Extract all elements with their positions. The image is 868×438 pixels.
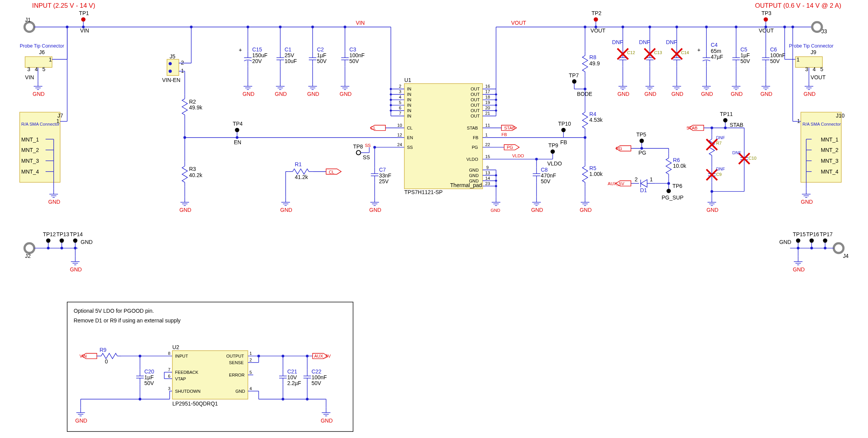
svg-point-350 <box>667 189 671 193</box>
svg-text:GND: GND <box>645 91 657 97</box>
note-l2: Remove D1 or R9 if using an external sup… <box>73 317 181 324</box>
svg-text:40.2k: 40.2k <box>189 172 202 178</box>
svg-text:150uF: 150uF <box>252 52 268 58</box>
svg-point-99 <box>344 26 346 28</box>
svg-text:OUTPUT: OUTPUT <box>226 354 244 358</box>
svg-text:18: 18 <box>485 95 490 99</box>
svg-text:1: 1 <box>249 351 252 356</box>
svg-point-457 <box>281 354 284 357</box>
svg-text:50V: 50V <box>541 178 551 184</box>
svg-text:1: 1 <box>56 118 60 124</box>
svg-text:D1: D1 <box>640 187 647 193</box>
svg-point-385 <box>60 247 63 249</box>
svg-point-256 <box>764 17 768 22</box>
svg-point-78 <box>247 26 249 28</box>
svg-text:C8: C8 <box>541 167 548 173</box>
svg-text:GND: GND <box>701 91 713 97</box>
svg-text:GND: GND <box>48 199 60 205</box>
svg-text:VLDO: VLDO <box>512 153 524 158</box>
svg-text:PG: PG <box>472 145 478 150</box>
svg-text:C10: C10 <box>749 156 756 160</box>
svg-text:DNF: DNF <box>639 39 650 45</box>
svg-text:FB: FB <box>473 135 478 140</box>
svg-text:VTAP: VTAP <box>175 377 186 381</box>
svg-text:CL: CL <box>407 126 413 130</box>
svg-text:2.2µF: 2.2µF <box>287 380 301 386</box>
svg-text:GND: GND <box>671 91 683 97</box>
svg-point-381 <box>47 247 49 249</box>
svg-text:100nF: 100nF <box>770 52 786 58</box>
svg-text:C14: C14 <box>681 50 689 55</box>
svg-text:MNT_2: MNT_2 <box>21 147 39 153</box>
svg-text:16: 16 <box>485 84 490 89</box>
svg-text:C13: C13 <box>654 50 662 55</box>
svg-point-265 <box>621 26 624 28</box>
svg-text:5: 5 <box>399 100 401 105</box>
c6: GNDC6100nF50V <box>761 27 786 97</box>
svg-text:22: 22 <box>485 142 490 147</box>
svg-point-335 <box>640 147 643 150</box>
svg-text:41.2k: 41.2k <box>295 174 308 180</box>
input-title: INPUT (2.25 V - 14 V) <box>32 2 95 9</box>
svg-text:+: + <box>239 47 242 53</box>
svg-text:IN: IN <box>407 103 411 107</box>
svg-text:U2: U2 <box>172 344 179 350</box>
svg-text:MNT_4: MNT_4 <box>821 169 839 175</box>
c15: GND+C15150uF20V <box>239 26 267 97</box>
svg-text:VOUT: VOUT <box>511 20 526 26</box>
svg-point-406 <box>824 247 827 249</box>
svg-text:GND: GND <box>469 168 479 172</box>
svg-text:GND: GND <box>339 91 351 97</box>
svg-point-53 <box>190 26 193 28</box>
svg-point-469 <box>281 398 284 401</box>
svg-text:SENSE: SENSE <box>229 360 244 365</box>
svg-point-356 <box>723 118 727 123</box>
svg-text:FEEDBACK: FEEDBACK <box>175 370 199 375</box>
net-vin: VIN <box>356 20 365 26</box>
note-l1: Optional 5V LDO for PGOOD pin. <box>73 308 154 314</box>
svg-point-359 <box>724 126 726 129</box>
svg-text:TP10: TP10 <box>558 121 571 127</box>
svg-text:R5: R5 <box>589 165 596 171</box>
svg-text:C2: C2 <box>317 46 324 53</box>
svg-text:OUT: OUT <box>471 87 480 91</box>
svg-text:GND: GND <box>369 207 381 213</box>
svg-text:50V: 50V <box>144 380 154 386</box>
svg-text:R/A SMA Connector: R/A SMA Connector <box>803 122 841 126</box>
svg-text:R7: R7 <box>716 141 721 145</box>
svg-text:GND: GND <box>32 91 44 97</box>
svg-text:7: 7 <box>399 111 401 116</box>
svg-point-400 <box>810 239 814 243</box>
svg-text:25V: 25V <box>379 178 389 184</box>
svg-text:GND: GND <box>731 91 743 97</box>
svg-text:CL: CL <box>370 126 376 130</box>
svg-text:SS: SS <box>365 143 371 148</box>
svg-text:MNT_1: MNT_1 <box>21 136 39 143</box>
svg-text:C1: C1 <box>285 46 292 53</box>
svg-point-162 <box>495 99 497 101</box>
svg-text:OUT: OUT <box>471 97 480 102</box>
svg-text:8: 8 <box>168 351 171 356</box>
svg-point-251 <box>594 17 598 22</box>
probe-title-right: Probe Tip Connector <box>789 43 834 49</box>
svg-text:7: 7 <box>168 367 171 372</box>
svg-text:2: 2 <box>249 358 252 362</box>
svg-text:MNT_2: MNT_2 <box>821 147 839 153</box>
svg-text:DNF: DNF <box>732 150 741 155</box>
svg-point-387 <box>73 239 77 243</box>
svg-text:GND: GND <box>179 207 191 213</box>
svg-text:2: 2 <box>399 84 401 89</box>
c4: GND+C465m47µF <box>697 26 723 97</box>
svg-text:OUT: OUT <box>471 92 480 97</box>
svg-text:6: 6 <box>399 106 401 110</box>
svg-text:C12: C12 <box>627 50 635 55</box>
svg-text:6: 6 <box>168 374 171 378</box>
svg-text:47µF: 47µF <box>711 54 723 60</box>
svg-point-237 <box>572 79 576 84</box>
svg-text:BODE: BODE <box>577 91 592 97</box>
c12: GNDDNFC12 <box>612 26 635 97</box>
svg-text:PG: PG <box>616 146 622 151</box>
vin-probe: VIN <box>25 74 34 80</box>
svg-text:10: 10 <box>397 123 402 128</box>
svg-text:GND: GND <box>801 199 813 205</box>
